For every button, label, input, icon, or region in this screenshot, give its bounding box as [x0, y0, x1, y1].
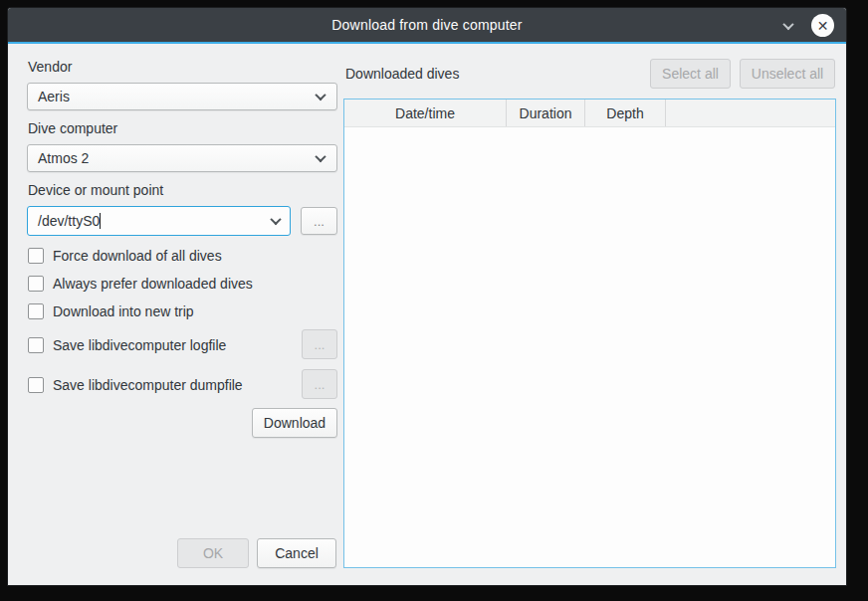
- vendor-select[interactable]: Aeris: [27, 83, 337, 110]
- device-input-value: /dev/ttyS0: [38, 213, 100, 229]
- checkbox-new-trip[interactable]: Download into new trip: [28, 302, 194, 320]
- shade-button[interactable]: [778, 17, 798, 35]
- close-button[interactable]: ✕: [811, 14, 834, 37]
- checkbox-icon[interactable]: [28, 276, 44, 292]
- checkbox-label[interactable]: Always prefer downloaded dives: [53, 276, 253, 292]
- dives-table: Date/time Duration Depth: [343, 99, 836, 568]
- column-header-empty[interactable]: [666, 100, 835, 126]
- chevron-down-icon: [315, 151, 326, 162]
- vendor-value: Aeris: [38, 89, 317, 104]
- device-label: Device or mount point: [28, 182, 163, 198]
- dive-computer-select[interactable]: Atmos 2: [27, 144, 337, 172]
- download-button[interactable]: Download: [252, 408, 337, 438]
- chevron-down-icon: [315, 90, 326, 100]
- chevron-down-icon: [270, 214, 281, 225]
- unselect-all-label: Unselect all: [752, 66, 823, 82]
- checkbox-force-download[interactable]: Force download of all dives: [28, 247, 222, 265]
- ellipsis-label: ...: [315, 337, 326, 352]
- chevron-down-icon: [782, 19, 793, 30]
- checkbox-label[interactable]: Save libdivecomputer logfile: [53, 337, 226, 353]
- checkbox-prefer-downloaded[interactable]: Always prefer downloaded dives: [28, 275, 253, 293]
- ellipsis-label: ...: [315, 377, 326, 392]
- column-header-duration[interactable]: Duration: [507, 100, 585, 126]
- checkbox-label[interactable]: Force download of all dives: [53, 248, 222, 264]
- checkbox-label[interactable]: Save libdivecomputer dumpfile: [53, 377, 243, 393]
- downloaded-dives-title: Downloaded dives: [345, 66, 459, 82]
- cancel-button-label: Cancel: [275, 545, 319, 561]
- logfile-browse-button[interactable]: ...: [302, 329, 337, 359]
- checkbox-icon[interactable]: [28, 303, 44, 319]
- checkbox-icon[interactable]: [28, 337, 44, 353]
- dive-computer-label: Dive computer: [28, 120, 117, 136]
- device-browse-button[interactable]: ...: [301, 207, 337, 235]
- checkbox-save-logfile[interactable]: Save libdivecomputer logfile: [28, 336, 226, 354]
- column-header-depth[interactable]: Depth: [585, 100, 666, 126]
- dumpfile-browse-button[interactable]: ...: [302, 369, 337, 399]
- ok-button-label: OK: [203, 545, 223, 561]
- select-all-label: Select all: [662, 66, 719, 82]
- close-icon: ✕: [817, 19, 829, 33]
- device-combobox[interactable]: /dev/ttyS0: [27, 206, 291, 236]
- download-button-label: Download: [264, 415, 326, 431]
- ellipsis-label: ...: [314, 214, 325, 229]
- window-title: Download from dive computer: [331, 17, 522, 33]
- download-dialog: Download from dive computer ✕ Vendor Aer…: [8, 8, 846, 585]
- checkbox-icon[interactable]: [28, 248, 44, 264]
- vendor-label: Vendor: [28, 59, 72, 75]
- column-header-datetime[interactable]: Date/time: [344, 100, 507, 126]
- text-cursor: [100, 213, 101, 229]
- dives-table-header: Date/time Duration Depth: [344, 100, 835, 127]
- ok-button[interactable]: OK: [177, 538, 249, 568]
- cancel-button[interactable]: Cancel: [257, 538, 336, 568]
- checkbox-icon[interactable]: [28, 377, 44, 393]
- unselect-all-button[interactable]: Unselect all: [740, 59, 835, 89]
- screen: { "window": { "title": "Download from di…: [0, 0, 868, 601]
- checkbox-label[interactable]: Download into new trip: [53, 303, 194, 319]
- titlebar[interactable]: Download from dive computer ✕: [8, 8, 846, 44]
- dives-table-body[interactable]: [344, 127, 835, 567]
- checkbox-save-dumpfile[interactable]: Save libdivecomputer dumpfile: [28, 376, 243, 394]
- dive-computer-value: Atmos 2: [38, 150, 317, 166]
- select-all-button[interactable]: Select all: [650, 59, 731, 89]
